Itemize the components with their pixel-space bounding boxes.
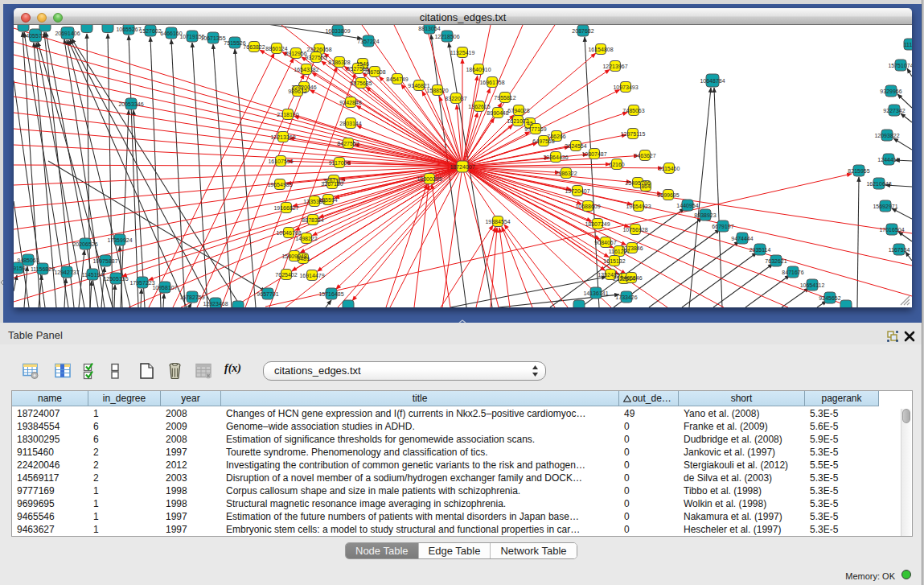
table-cell: Changes of HCN gene expression and I(f) …: [221, 407, 619, 420]
table-toolbar: f(x) citations_edges.txt: [0, 344, 922, 371]
split-divider-handle[interactable]: [458, 319, 467, 323]
graph-node[interactable]: [18, 25, 29, 31]
graph-edge[interactable]: [907, 68, 912, 76]
graph-edge[interactable]: [502, 227, 532, 307]
graph-edge[interactable]: [114, 285, 115, 307]
tab-edge-table[interactable]: Edge Table: [419, 543, 491, 558]
table-row[interactable]: 911546021997Tourette syndrome. Phenomeno…: [12, 446, 901, 459]
table-cell: Corpus callosum shape and size in male p…: [221, 484, 619, 497]
graph-edge[interactable]: [782, 288, 809, 307]
graph-edge[interactable]: [235, 49, 256, 307]
graph-node-label: 15751074: [888, 63, 912, 68]
graph-edge[interactable]: [901, 113, 912, 122]
table-cell: 5.3E-5: [805, 523, 879, 536]
column-header-pagerank[interactable]: pagerank: [805, 391, 879, 406]
graph-node-label: 9657791: [257, 291, 278, 297]
graph-edge[interactable]: [893, 138, 912, 150]
table-row[interactable]: 946362711997Embryonic stem cells: a mode…: [12, 523, 901, 536]
graph-edge[interactable]: [906, 252, 912, 261]
column-header-out_de[interactable]: out_de…: [619, 391, 679, 406]
graph-node-label: 9245652: [819, 295, 840, 301]
graph-edge[interactable]: [713, 264, 773, 307]
select-rows-button[interactable]: [83, 362, 100, 380]
graph-node-label: 10654112: [800, 282, 825, 288]
table-select-dropdown[interactable]: citations_edges.txt: [263, 361, 546, 381]
graph-node-label: 7357224: [357, 39, 379, 44]
graph-edge[interactable]: [462, 167, 555, 307]
graph-node[interactable]: [573, 300, 585, 307]
panel-collapse-handle-icon[interactable]: [0, 279, 4, 286]
table-row[interactable]: 1456911722003Disruption of a novel membe…: [12, 472, 901, 484]
graph-node-label: 16543382: [294, 67, 318, 72]
table-cell: 9465546: [12, 510, 88, 523]
graph-edge[interactable]: [141, 289, 142, 307]
graph-edge[interactable]: [491, 228, 497, 307]
resize-grip-icon[interactable]: [900, 295, 910, 306]
graph-edge[interactable]: [432, 184, 450, 307]
graph-node[interactable]: [232, 301, 244, 307]
graph-edge[interactable]: [714, 88, 722, 307]
table-mode-button[interactable]: [23, 362, 39, 380]
graph-edge[interactable]: [326, 300, 331, 307]
graph-edge[interactable]: [857, 177, 859, 307]
table-row[interactable]: 946554611997Estimation of the future num…: [12, 510, 901, 523]
table-row[interactable]: 1938455462009Genome–wide association stu…: [12, 420, 901, 433]
graph-node-label: 10756928: [622, 227, 647, 233]
column-header-name[interactable]: name: [12, 391, 88, 406]
graph-edge[interactable]: [476, 227, 495, 307]
network-canvas[interactable]: 1405571220691406106552671527602646616010…: [14, 25, 912, 307]
graph-edge[interactable]: [163, 294, 164, 307]
graph-node[interactable]: [102, 25, 113, 33]
graph-node-label: 6497568: [532, 138, 554, 144]
graph-node[interactable]: [343, 300, 354, 307]
column-header-title[interactable]: title: [221, 391, 619, 406]
column-header-short[interactable]: short: [679, 391, 805, 406]
delete-table-button[interactable]: [195, 362, 212, 380]
column-header-year[interactable]: year: [161, 391, 221, 406]
table-row[interactable]: 969969511998Structural magnetic resonanc…: [12, 497, 901, 510]
graph-node-label: 12942737: [54, 270, 79, 275]
graph-edge[interactable]: [892, 208, 912, 219]
table-row[interactable]: 977716911998Corpus callosum shape and si…: [12, 484, 901, 497]
graph-edge[interactable]: [336, 167, 462, 289]
table-row[interactable]: 2242004622012Investigating the contribut…: [12, 459, 901, 472]
graph-edge[interactable]: [171, 39, 185, 307]
graph-edge[interactable]: [70, 39, 213, 307]
create-column-button[interactable]: [138, 362, 155, 380]
table-body: 1872400712008Changes of HCN gene express…: [12, 407, 901, 536]
graph-edge[interactable]: [192, 43, 207, 307]
tab-node-table[interactable]: Node Table: [346, 543, 419, 558]
graph-node-label: 1733426: [615, 295, 637, 300]
table-vertical-scrollbar[interactable]: [901, 409, 911, 536]
table-row[interactable]: 1872400712008Changes of HCN gene express…: [12, 407, 901, 420]
graph-node[interactable]: [39, 25, 51, 31]
show-columns-button[interactable]: [55, 362, 72, 380]
graph-edge[interactable]: [294, 116, 462, 167]
graph-edge[interactable]: [462, 167, 912, 296]
delete-column-button[interactable]: [166, 362, 183, 380]
graph-node[interactable]: [81, 25, 92, 33]
graph-node-label: 9327505: [305, 55, 326, 60]
float-window-icon[interactable]: [887, 331, 898, 342]
graph-edge[interactable]: [689, 88, 711, 307]
graph-edge[interactable]: [745, 275, 790, 307]
graph-node-label: 15720407: [565, 188, 589, 194]
table-cell: 5.3E-5: [805, 407, 879, 420]
table-cell: 49: [619, 407, 679, 420]
close-panel-icon[interactable]: [904, 330, 915, 342]
column-header-in_degree[interactable]: in_degree: [88, 391, 161, 406]
function-builder-button[interactable]: f(x): [224, 362, 245, 380]
graph-edge[interactable]: [682, 253, 757, 307]
graph-edge[interactable]: [14, 165, 462, 167]
row-height-button[interactable]: [107, 362, 124, 380]
graph-node[interactable]: [840, 300, 852, 307]
tab-network-table[interactable]: Network Table: [491, 543, 576, 558]
window-titlebar[interactable]: citations_edges.txt: [14, 8, 912, 25]
graph-edge[interactable]: [189, 303, 191, 307]
table-cell: 9463627: [12, 523, 88, 536]
scrollbar-thumb[interactable]: [902, 409, 910, 423]
table-cell: 5.9E-5: [805, 433, 879, 446]
table-cell: 5.6E-5: [805, 420, 879, 433]
table-row[interactable]: 1830029562008Estimation of significance …: [12, 433, 901, 446]
graph-edge[interactable]: [499, 228, 510, 307]
